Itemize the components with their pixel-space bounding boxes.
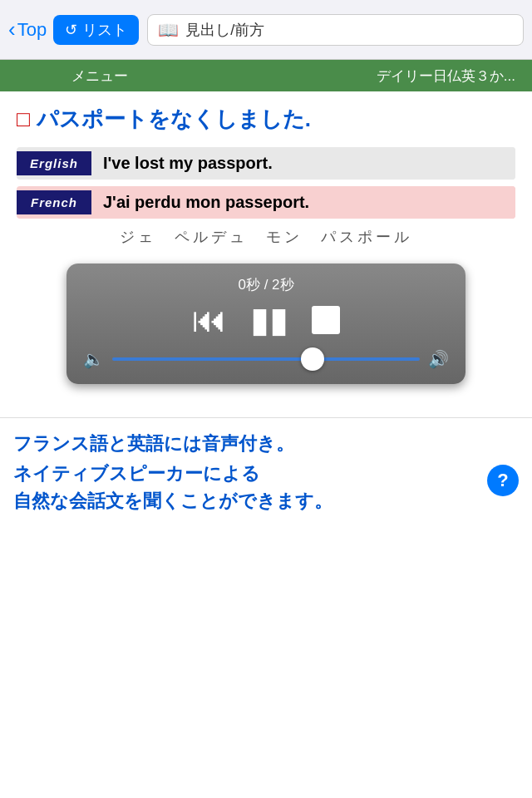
section-header: メニュー デイリー日仏英３か... xyxy=(0,60,532,91)
volume-slider[interactable] xyxy=(112,357,420,361)
volume-high-icon: 🔊 xyxy=(428,349,449,369)
volume-row: 🔈 🔊 xyxy=(83,349,449,369)
rewind-button[interactable]: ⏮ xyxy=(192,303,227,337)
phrase-title-row: □ パスポートをなくしました. xyxy=(17,105,515,134)
english-text: I've lost my passport. xyxy=(91,147,515,180)
help-icon: ? xyxy=(497,470,508,491)
french-text: J'ai perdu mon passeport. xyxy=(91,186,515,219)
pause-button[interactable]: ▮▮ xyxy=(250,303,288,337)
english-badge: Erglish xyxy=(17,151,91,175)
info-line1: フランス語と英語には音声付き。 xyxy=(13,431,519,456)
info-text-block: ネイティブスピーカーによる 自然な会話文を聞くことができます。 xyxy=(13,461,332,514)
refresh-icon: ↺ xyxy=(65,21,77,39)
volume-low-icon: 🔈 xyxy=(83,349,104,369)
help-button[interactable]: ? xyxy=(487,465,519,496)
info-line3: 自然な会話文を聞くことができます。 xyxy=(13,489,332,514)
back-chevron-icon: ‹ xyxy=(8,17,16,42)
red-square-icon: □ xyxy=(17,106,30,132)
menu-label: メニュー xyxy=(17,66,183,86)
english-translation-row: Erglish I've lost my passport. xyxy=(17,147,515,180)
english-badge-label: Erglish xyxy=(30,156,78,170)
bookmark-label: 見出し/前方 xyxy=(185,20,264,40)
french-badge-label: French xyxy=(31,195,77,209)
info-section: フランス語と英語には音声付き。 ネイティブスピーカーによる 自然な会話文を聞くこ… xyxy=(0,417,532,514)
phonetic-text: ジェ ペルデュ モン パスポール xyxy=(17,227,515,247)
bookmark-button[interactable]: 📖 見出し/前方 xyxy=(147,14,524,46)
info-line2-row: ネイティブスピーカーによる 自然な会話文を聞くことができます。 ? xyxy=(13,461,519,514)
main-content: □ パスポートをなくしました. Erglish I've lost my pas… xyxy=(0,91,532,417)
stop-button[interactable] xyxy=(312,306,340,334)
info-line2a: ネイティブスピーカーによる xyxy=(13,463,260,484)
info-line2: ネイティブスピーカーによる xyxy=(13,461,332,487)
list-button[interactable]: ↺ リスト xyxy=(53,15,139,45)
back-label: Top xyxy=(17,19,47,41)
section-title: デイリー日仏英３か... xyxy=(183,66,515,86)
audio-controls: ⏮ ▮▮ xyxy=(83,303,449,337)
french-badge: French xyxy=(17,190,91,214)
back-button[interactable]: ‹ Top xyxy=(8,17,47,42)
book-icon: 📖 xyxy=(158,20,179,40)
audio-player: 0秒 / 2秒 ⏮ ▮▮ 🔈 🔊 xyxy=(66,264,466,384)
phrase-title-text: パスポートをなくしました. xyxy=(37,105,311,134)
list-button-label: リスト xyxy=(82,20,127,40)
audio-time: 0秒 / 2秒 xyxy=(83,275,449,294)
french-translation-row: French J'ai perdu mon passeport. xyxy=(17,186,515,219)
volume-thumb[interactable] xyxy=(301,347,324,371)
navbar: ‹ Top ↺ リスト 📖 見出し/前方 xyxy=(0,0,532,60)
